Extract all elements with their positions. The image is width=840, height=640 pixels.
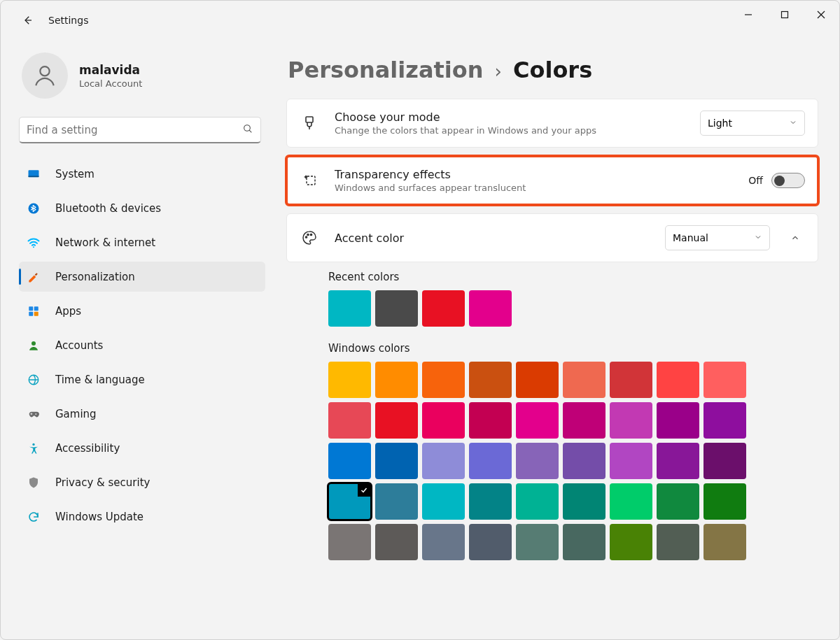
windows-color-swatch[interactable]	[657, 362, 699, 398]
nav-item-network[interactable]: Network & internet	[19, 227, 265, 257]
windows-color-swatch[interactable]	[610, 402, 652, 439]
windows-color-swatch[interactable]	[422, 402, 465, 439]
windows-color-swatch[interactable]	[657, 443, 699, 479]
windows-color-swatch[interactable]	[563, 443, 606, 479]
windows-color-swatch[interactable]	[375, 402, 418, 439]
mode-select[interactable]: Light	[700, 111, 805, 136]
chevron-down-icon	[754, 232, 762, 243]
nav-item-system[interactable]: System	[19, 159, 265, 189]
nav-item-update[interactable]: Windows Update	[19, 502, 265, 532]
windows-color-swatch[interactable]	[328, 443, 371, 479]
expand-collapse-button[interactable]	[785, 233, 805, 243]
card-subtitle: Change the colors that appear in Windows…	[335, 125, 685, 136]
windows-color-swatch[interactable]	[516, 443, 559, 479]
accent-mode-select[interactable]: Manual	[665, 225, 770, 250]
windows-color-swatch[interactable]	[469, 443, 512, 479]
accounts-icon	[26, 338, 41, 353]
update-icon	[26, 509, 41, 525]
windows-color-swatch[interactable]	[563, 483, 606, 520]
nav-item-apps[interactable]: Apps	[19, 296, 265, 326]
windows-color-swatch[interactable]	[328, 402, 371, 439]
shield-icon	[26, 475, 41, 490]
recent-color-swatch[interactable]	[469, 290, 512, 327]
chevron-right-icon: ›	[495, 61, 502, 82]
windows-color-swatch[interactable]	[375, 443, 418, 479]
windows-color-swatch[interactable]	[657, 483, 699, 520]
windows-color-swatch[interactable]	[704, 402, 746, 439]
windows-color-swatch[interactable]	[610, 524, 652, 560]
back-button[interactable]	[19, 12, 36, 29]
svg-point-10	[33, 246, 34, 248]
windows-color-swatch[interactable]	[328, 362, 371, 398]
windows-color-swatch[interactable]	[469, 402, 512, 439]
windows-color-swatch[interactable]	[704, 362, 746, 398]
windows-color-swatch[interactable]	[422, 362, 465, 398]
recent-color-swatch[interactable]	[328, 290, 371, 327]
search-input[interactable]	[19, 117, 261, 143]
windows-color-swatch[interactable]	[610, 443, 652, 479]
close-button[interactable]	[803, 1, 839, 29]
windows-color-swatch[interactable]	[610, 362, 652, 398]
breadcrumb-parent[interactable]: Personalization	[288, 57, 484, 83]
nav-label: Privacy & security	[55, 476, 150, 489]
transparency-toggle[interactable]	[771, 173, 805, 188]
main-panel: Personalization › Colors Choose your mod…	[274, 40, 839, 640]
windows-color-swatch[interactable]	[422, 443, 465, 479]
windows-color-swatch[interactable]	[563, 524, 606, 560]
nav-item-bluetooth[interactable]: Bluetooth & devices	[19, 193, 265, 223]
windows-color-swatch[interactable]	[704, 483, 746, 520]
minimize-button[interactable]	[730, 1, 766, 29]
profile-name: malavida	[79, 63, 142, 77]
svg-rect-8	[29, 176, 39, 177]
search-icon	[242, 123, 253, 137]
nav-label: Personalization	[55, 271, 135, 283]
windows-color-swatch[interactable]	[375, 524, 418, 560]
windows-color-swatch[interactable]	[657, 402, 699, 439]
nav-item-gaming[interactable]: Gaming	[19, 399, 265, 429]
windows-color-swatch[interactable]	[516, 483, 559, 520]
windows-color-swatch[interactable]	[563, 362, 606, 398]
profile-subtitle: Local Account	[79, 78, 142, 89]
recent-color-swatch[interactable]	[422, 290, 465, 327]
windows-color-swatch[interactable]	[704, 524, 746, 560]
maximize-button[interactable]	[766, 1, 803, 29]
toggle-state-label: Off	[748, 175, 763, 186]
windows-color-swatch[interactable]	[375, 362, 418, 398]
svg-point-5	[244, 125, 251, 131]
nav-item-personalization[interactable]: Personalization	[19, 262, 265, 292]
back-arrow-icon	[21, 14, 34, 27]
page-title: Colors	[513, 57, 592, 83]
nav-item-accounts[interactable]: Accounts	[19, 330, 265, 360]
windows-color-swatch[interactable]	[704, 443, 746, 479]
transparency-card: Transparency effects Windows and surface…	[286, 156, 818, 205]
avatar	[22, 52, 68, 99]
nav-item-accessibility[interactable]: Accessibility	[19, 433, 265, 463]
search-field[interactable]	[27, 124, 242, 136]
windows-color-swatch[interactable]	[375, 483, 418, 520]
windows-color-swatch[interactable]	[563, 402, 606, 439]
accent-mode-value: Manual	[673, 232, 708, 243]
windows-color-swatch[interactable]	[328, 483, 371, 520]
windows-color-swatch[interactable]	[657, 524, 699, 560]
windows-color-swatch[interactable]	[469, 483, 512, 520]
windows-color-swatch[interactable]	[516, 402, 559, 439]
windows-color-swatch[interactable]	[469, 362, 512, 398]
recent-colors-heading: Recent colors	[328, 271, 818, 283]
chevron-down-icon	[789, 118, 797, 129]
accent-color-card[interactable]: Accent color Manual	[286, 213, 818, 262]
settings-window: Settings malavida Local Account	[0, 0, 840, 640]
windows-color-swatch[interactable]	[610, 483, 652, 520]
windows-color-swatch[interactable]	[516, 524, 559, 560]
windows-color-swatch[interactable]	[422, 524, 465, 560]
windows-color-swatch[interactable]	[469, 524, 512, 560]
windows-color-swatch[interactable]	[328, 524, 371, 560]
nav-item-privacy[interactable]: Privacy & security	[19, 467, 265, 497]
bluetooth-icon	[26, 201, 41, 216]
close-icon	[817, 10, 825, 19]
maximize-icon	[780, 10, 789, 19]
nav-item-time[interactable]: Time & language	[19, 364, 265, 394]
recent-color-swatch[interactable]	[375, 290, 418, 327]
windows-color-swatch[interactable]	[516, 362, 559, 398]
windows-color-swatch[interactable]	[422, 483, 465, 520]
profile-block[interactable]: malavida Local Account	[22, 52, 265, 99]
